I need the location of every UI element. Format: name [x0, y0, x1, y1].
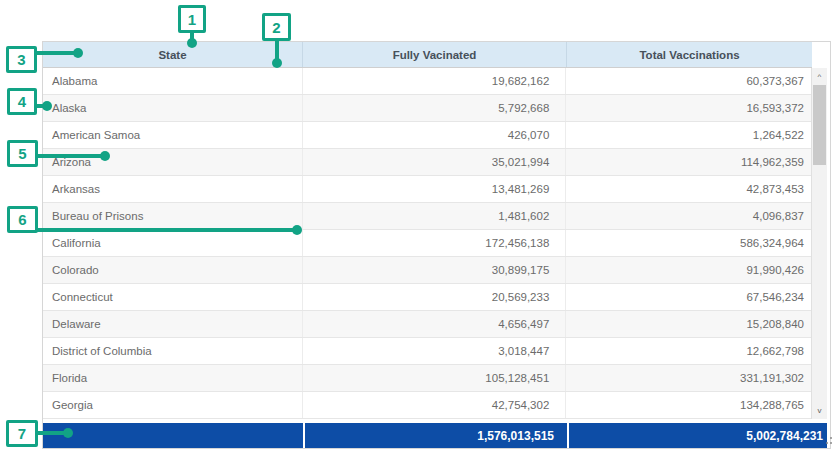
marker-label: 5 — [7, 140, 38, 167]
marker-stem — [36, 51, 76, 55]
table-row[interactable]: Bureau of Prisons 1,481,602 4,096,837 — [43, 203, 811, 230]
column-header-total-vaccinations: Total Vaccinations — [567, 42, 812, 67]
marker-stem — [37, 228, 294, 232]
fully-vaccinated-cell: 1,481,602 — [303, 203, 567, 229]
fully-vaccinated-cell: 3,018,447 — [303, 338, 567, 364]
marker-dot — [100, 151, 110, 161]
state-cell: District of Columbia — [43, 338, 303, 364]
column-header-fully-vaccinated: Fully Vacinated — [303, 42, 567, 67]
table-row[interactable]: Colorado 30,899,175 91,990,426 — [43, 257, 811, 284]
table-row[interactable]: District of Columbia 3,018,447 12,662,79… — [43, 338, 811, 365]
table-row[interactable]: Connecticut 20,569,233 67,546,234 — [43, 284, 811, 311]
total-vaccinations-cell: 91,990,426 — [566, 257, 811, 283]
marker-dot — [42, 101, 52, 111]
screenshot-stage: State Fully Vacinated Total Vaccinations… — [0, 0, 833, 453]
fully-vaccinated-cell: 172,456,138 — [303, 230, 567, 256]
state-cell: American Samoa — [43, 122, 303, 148]
table-row[interactable]: Georgia 42,754,302 134,288,765 — [43, 392, 811, 419]
marker-label: 2 — [262, 13, 291, 41]
marker-stem — [37, 154, 102, 158]
state-cell: Colorado — [43, 257, 303, 283]
table-row[interactable]: Arkansas 13,481,269 42,873,453 — [43, 176, 811, 203]
table-row[interactable]: Alabama 19,682,162 60,373,367 — [43, 68, 811, 95]
state-cell: Delaware — [43, 311, 303, 337]
total-vaccinations-cell: 4,096,837 — [566, 203, 811, 229]
vaccination-table-panel: State Fully Vacinated Total Vaccinations… — [42, 41, 831, 449]
totals-state-cell — [43, 423, 303, 448]
state-cell: Connecticut — [43, 284, 303, 310]
marker-dot — [292, 225, 302, 235]
fully-vaccinated-cell: 20,569,233 — [303, 284, 567, 310]
total-vaccinations-cell: 42,873,453 — [566, 176, 811, 202]
total-vaccinations-cell: 60,373,367 — [566, 68, 811, 94]
table-row[interactable]: American Samoa 426,070 1,264,522 — [43, 122, 811, 149]
table-row[interactable]: Arizona 35,021,994 114,962,359 — [43, 149, 811, 176]
scroll-up-icon[interactable]: ^ — [812, 70, 827, 83]
totals-row: 1,576,013,515 5,002,784,231 — [43, 423, 827, 448]
total-vaccinations-cell: 134,288,765 — [566, 392, 811, 418]
state-cell: Alaska — [43, 95, 303, 121]
table-row[interactable]: California 172,456,138 586,324,964 — [43, 230, 811, 257]
fully-vaccinated-cell: 105,128,451 — [303, 365, 567, 391]
total-vaccinations-cell: 16,593,372 — [566, 95, 811, 121]
marker-dot — [73, 48, 83, 58]
table-body: Alabama 19,682,162 60,373,367 Alaska 5,7… — [43, 68, 812, 419]
fully-vaccinated-cell: 42,754,302 — [303, 392, 567, 418]
fully-vaccinated-cell: 4,656,497 — [303, 311, 567, 337]
marker-stem — [37, 431, 65, 435]
state-cell: Georgia — [43, 392, 303, 418]
fully-vaccinated-cell: 5,792,668 — [303, 95, 567, 121]
state-cell: Arizona — [43, 149, 303, 175]
totals-total-vaccinations: 5,002,784,231 — [569, 423, 827, 448]
marker-stem — [275, 40, 279, 60]
marker-label: 6 — [7, 206, 38, 233]
resize-grip-icon[interactable] — [825, 437, 832, 444]
state-cell: California — [43, 230, 303, 256]
state-cell: Alabama — [43, 68, 303, 94]
total-vaccinations-cell: 1,264,522 — [566, 122, 811, 148]
table-row[interactable]: Alaska 5,792,668 16,593,372 — [43, 95, 811, 122]
total-vaccinations-cell: 114,962,359 — [566, 149, 811, 175]
total-vaccinations-cell: 12,662,798 — [566, 338, 811, 364]
table-row[interactable]: Florida 105,128,451 331,191,302 — [43, 365, 811, 392]
state-cell: Arkansas — [43, 176, 303, 202]
fully-vaccinated-cell: 35,021,994 — [303, 149, 567, 175]
fully-vaccinated-cell: 13,481,269 — [303, 176, 567, 202]
table-row[interactable]: Delaware 4,656,497 15,208,840 — [43, 311, 811, 338]
total-vaccinations-cell: 15,208,840 — [566, 311, 811, 337]
table-header-row: State Fully Vacinated Total Vaccinations — [43, 42, 812, 68]
marker-label: 7 — [6, 420, 38, 447]
totals-fully-vaccinated: 1,576,013,515 — [305, 423, 567, 448]
marker-label: 3 — [6, 46, 37, 73]
total-vaccinations-cell: 67,546,234 — [566, 284, 811, 310]
marker-dot — [63, 428, 73, 438]
marker-label: 4 — [7, 88, 37, 115]
state-cell: Florida — [43, 365, 303, 391]
fully-vaccinated-cell: 19,682,162 — [303, 68, 567, 94]
state-cell: Bureau of Prisons — [43, 203, 303, 229]
marker-dot — [272, 58, 282, 68]
total-vaccinations-cell: 331,191,302 — [566, 365, 811, 391]
scrollbar-thumb[interactable] — [813, 85, 826, 165]
marker-label: 1 — [178, 5, 206, 33]
total-vaccinations-cell: 586,324,964 — [566, 230, 811, 256]
fully-vaccinated-cell: 30,899,175 — [303, 257, 567, 283]
marker-dot — [187, 38, 197, 48]
fully-vaccinated-cell: 426,070 — [303, 122, 567, 148]
vertical-scrollbar[interactable]: ^ v — [812, 68, 827, 419]
scroll-down-icon[interactable]: v — [812, 404, 827, 417]
